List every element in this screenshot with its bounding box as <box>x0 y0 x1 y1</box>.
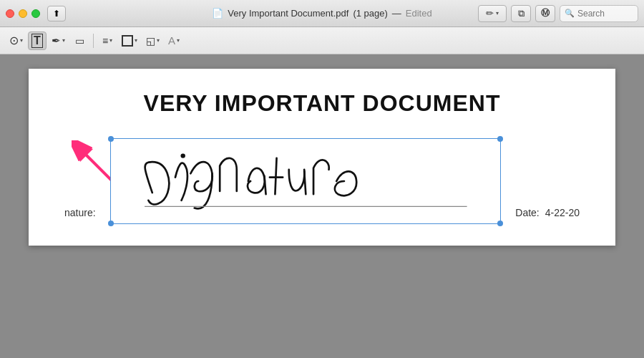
pdf-icon: 📄 <box>212 8 223 19</box>
document-page: VERY IMPORTANT DOCUMENT nature: <box>29 69 615 246</box>
font-caret: ▾ <box>177 37 180 44</box>
window-title: 📄 Very Important Document.pdf (1 page) —… <box>212 8 431 19</box>
title-bar-left: ⬆ <box>6 6 66 21</box>
date-value: 4-22-20 <box>545 207 580 218</box>
pen-tool-button[interactable]: ✏ ▾ <box>478 5 507 22</box>
pen-caret: ▾ <box>496 10 499 16</box>
handle-top-right[interactable] <box>497 136 503 142</box>
markup-icon: Ⓜ <box>541 7 550 19</box>
document-area: VERY IMPORTANT DOCUMENT nature: <box>0 54 644 358</box>
filename: Very Important Document.pdf <box>228 8 348 19</box>
font-tool-button[interactable]: A ▾ <box>165 32 183 50</box>
toolbar-separator-1 <box>93 34 94 48</box>
border-icon <box>122 35 133 47</box>
handle-bottom-left[interactable] <box>108 221 114 226</box>
title-bar: ⬆ 📄 Very Important Document.pdf (1 page)… <box>0 0 644 27</box>
search-box[interactable]: 🔍 <box>560 5 638 22</box>
document-title: VERY IMPORTANT DOCUMENT <box>64 90 580 117</box>
pen-icon: ✏ <box>486 8 494 19</box>
lines-tool-button[interactable]: ≡ ▾ <box>98 32 117 50</box>
date-label: Date: <box>515 207 539 218</box>
search-input[interactable] <box>577 9 628 19</box>
color-icon: ◱ <box>146 35 155 47</box>
markup-button[interactable]: Ⓜ <box>535 5 555 22</box>
signature-drawing <box>111 139 501 223</box>
text-icon: T <box>31 34 43 48</box>
handle-bottom-right[interactable] <box>497 221 503 226</box>
lines-icon: ≡ <box>102 35 108 47</box>
handle-top-left[interactable] <box>108 136 114 142</box>
edited-badge: Edited <box>406 8 432 19</box>
signature-box[interactable] <box>110 138 502 224</box>
window-icon: ⧉ <box>518 8 525 19</box>
svg-point-3 <box>180 153 185 158</box>
search-icon: 🔍 <box>565 9 575 18</box>
title-bar-right: ✏ ▾ ⧉ Ⓜ 🔍 <box>478 5 638 22</box>
lines-caret: ▾ <box>109 37 112 44</box>
cursor-icon: ⊙ <box>9 34 19 47</box>
font-icon: A <box>168 34 175 47</box>
window-button[interactable]: ⧉ <box>511 5 531 22</box>
toolbar: ⊙ ▾ T ✒ ▾ ▭ ≡ ▾ ▾ ◱ ▾ A ▾ <box>0 27 644 54</box>
text-tool-button[interactable]: T <box>28 32 47 50</box>
note-icon: ▭ <box>75 35 84 47</box>
signature-tool-button[interactable]: ✒ ▾ <box>48 32 69 50</box>
sig-caret: ▾ <box>62 37 65 44</box>
minimize-button[interactable] <box>19 9 27 18</box>
share-button[interactable]: ⬆ <box>47 6 66 21</box>
cursor-tool-button[interactable]: ⊙ ▾ <box>6 32 26 50</box>
date-section: Date: 4-22-20 <box>515 207 580 218</box>
signature-icon: ✒ <box>52 34 61 47</box>
window-controls <box>6 9 40 18</box>
signature-label: nature: <box>64 207 96 218</box>
signature-row: nature: <box>64 138 580 224</box>
share-icon: ⬆ <box>53 9 60 19</box>
border-caret: ▾ <box>135 37 137 44</box>
maximize-button[interactable] <box>31 9 40 18</box>
page-info: (1 page) <box>353 8 387 19</box>
border-tool-button[interactable]: ▾ <box>118 32 141 50</box>
signature-box-wrapper[interactable] <box>110 138 502 224</box>
note-tool-button[interactable]: ▭ <box>70 32 89 50</box>
color-caret: ▾ <box>157 37 160 44</box>
color-tool-button[interactable]: ◱ ▾ <box>142 32 163 50</box>
cursor-caret: ▾ <box>20 37 23 44</box>
close-button[interactable] <box>6 9 14 18</box>
title-separator: — <box>392 8 401 19</box>
